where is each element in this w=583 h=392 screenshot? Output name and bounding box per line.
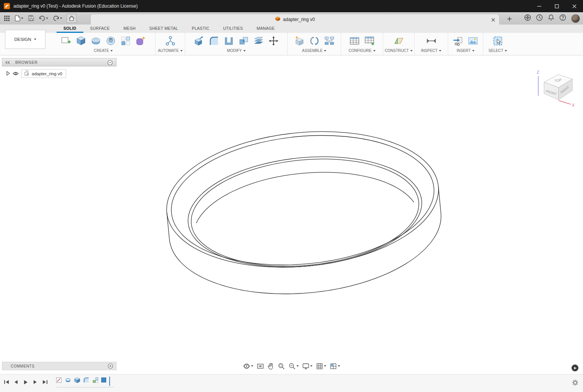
hole-icon[interactable] [105, 35, 117, 47]
component-structure-icon[interactable] [324, 35, 335, 47]
create-sketch-icon[interactable] [60, 35, 72, 47]
tab-sheet-metal[interactable]: SHEET METAL [143, 24, 185, 33]
tab-utilities[interactable]: UTILITIES [216, 24, 250, 33]
save-button[interactable] [28, 14, 35, 23]
extrude-icon[interactable] [75, 35, 87, 47]
undo-caret-icon [46, 18, 48, 19]
revolve-icon[interactable] [90, 35, 102, 47]
offset-face-icon[interactable] [253, 35, 264, 47]
browser-root-item[interactable]: adapter_ring v0 [21, 69, 66, 78]
timeline-step-forward-button[interactable] [32, 379, 39, 386]
create-form-icon[interactable] [135, 35, 146, 47]
group-label-modify[interactable]: MODIFY [227, 49, 246, 53]
comments-expand-icon[interactable] [108, 363, 113, 370]
timeline-track[interactable] [57, 387, 114, 387]
group-label-insert[interactable]: INSERT [457, 49, 474, 53]
group-label-create[interactable]: CREATE [94, 49, 113, 53]
redo-button[interactable] [52, 14, 63, 23]
tab-surface[interactable]: SURFACE [83, 24, 117, 33]
group-label-configure[interactable]: CONFIGURE [349, 49, 376, 53]
timeline-extrude-feature[interactable] [74, 377, 80, 383]
select-icon[interactable] [492, 35, 504, 47]
viewcube[interactable]: Z X TOP FRONT RIGHT [533, 66, 578, 107]
browser-header[interactable]: BROWSER [2, 58, 117, 66]
grid-snap-button[interactable] [315, 362, 327, 370]
timeline-sketch-feature[interactable] [55, 377, 62, 383]
grid-caret-icon [324, 365, 326, 367]
group-label-inspect[interactable]: INSPECT [421, 49, 441, 53]
user-avatar[interactable] [571, 14, 580, 23]
viewports-button[interactable] [329, 362, 341, 370]
browser-minimize-icon[interactable] [107, 60, 113, 67]
maximize-button[interactable] [548, 0, 565, 12]
timeline-go-to-start-button[interactable] [3, 379, 10, 386]
group-label-automate[interactable]: AUTOMATE [158, 49, 183, 53]
new-document-tab-button[interactable] [506, 15, 513, 22]
timeline-position-cursor[interactable] [109, 377, 110, 386]
help-icon[interactable] [559, 14, 566, 23]
feedback-chat-icon[interactable] [572, 364, 578, 371]
timeline-go-to-end-button[interactable] [41, 379, 48, 386]
timeline-pattern-feature[interactable] [92, 377, 99, 383]
tab-manage[interactable]: MANAGE [250, 24, 282, 33]
automate-icon[interactable] [165, 35, 176, 47]
timeline-step-back-button[interactable] [13, 379, 19, 386]
joint-icon[interactable] [309, 35, 320, 47]
construction-plane-icon[interactable] [393, 35, 405, 47]
group-inspect: INSPECT [415, 33, 448, 55]
zoom-button[interactable] [288, 362, 300, 370]
timeline-revolve-feature[interactable] [65, 377, 71, 383]
press-pull-icon[interactable] [193, 35, 205, 47]
shell-icon[interactable] [223, 35, 235, 47]
document-tab[interactable]: adapter_ring v0 [90, 14, 500, 24]
timeline-play-button[interactable] [22, 379, 29, 386]
look-at-button[interactable] [256, 362, 265, 370]
measure-icon[interactable] [426, 35, 437, 47]
expand-arrow-icon[interactable] [6, 70, 10, 77]
viewcube-x-label: X [572, 103, 575, 107]
rectangular-pattern-icon[interactable] [120, 35, 131, 47]
job-status-clock-icon[interactable] [536, 14, 543, 23]
configuration-table-icon[interactable] [349, 35, 360, 47]
model-wireframe-ring[interactable] [0, 55, 583, 374]
display-settings-button[interactable] [301, 362, 313, 370]
browser-root-row[interactable]: adapter_ring v0 [2, 69, 117, 78]
tab-solid[interactable]: SOLID [57, 24, 83, 33]
notifications-bell-icon[interactable] [548, 14, 554, 23]
home-button[interactable] [66, 14, 76, 23]
close-button[interactable] [565, 0, 583, 12]
combine-icon[interactable] [238, 35, 249, 47]
comments-bar[interactable]: COMMENTS [2, 362, 117, 370]
display-caret-icon [310, 365, 313, 367]
workspace-selector[interactable]: DESIGN [5, 30, 45, 49]
document-tab-close-icon[interactable] [490, 17, 496, 23]
group-create: CREATE [52, 33, 155, 55]
move-copy-icon[interactable] [268, 35, 279, 47]
tab-plastic[interactable]: PLASTIC [185, 24, 216, 33]
insert-derive-icon[interactable] [452, 35, 464, 47]
new-component-icon[interactable] [294, 35, 305, 47]
group-label-construct[interactable]: CONSTRUCT [385, 49, 413, 53]
group-label-assemble[interactable]: ASSEMBLE [302, 49, 327, 53]
pan-button[interactable] [267, 362, 275, 370]
orbit-button[interactable] [242, 362, 254, 370]
minimize-button[interactable] [530, 0, 548, 12]
file-menu-button[interactable] [14, 14, 24, 23]
extensions-icon[interactable] [524, 14, 531, 23]
canvas-image-icon[interactable] [467, 35, 479, 47]
configuration-insert-icon[interactable] [364, 35, 375, 47]
timeline-fillet-feature[interactable] [83, 377, 89, 383]
fillet-icon[interactable] [208, 35, 220, 47]
data-panel-grid-icon[interactable] [3, 14, 11, 23]
timeline-playback-controls [3, 379, 48, 386]
collapse-panel-icon[interactable] [5, 59, 10, 66]
group-label-select[interactable]: SELECT [489, 49, 507, 53]
viewport-canvas[interactable]: BROWSER adapter_ring v0 Z X [0, 55, 583, 374]
workspace-caret-icon [34, 39, 36, 40]
tab-mesh[interactable]: MESH [117, 24, 143, 33]
zoom-window-button[interactable] [277, 362, 286, 370]
visibility-eye-icon[interactable] [13, 70, 19, 77]
timeline-settings-gear-icon[interactable] [572, 379, 578, 387]
timeline-playhead-marker[interactable] [101, 377, 106, 382]
undo-button[interactable] [38, 14, 49, 23]
